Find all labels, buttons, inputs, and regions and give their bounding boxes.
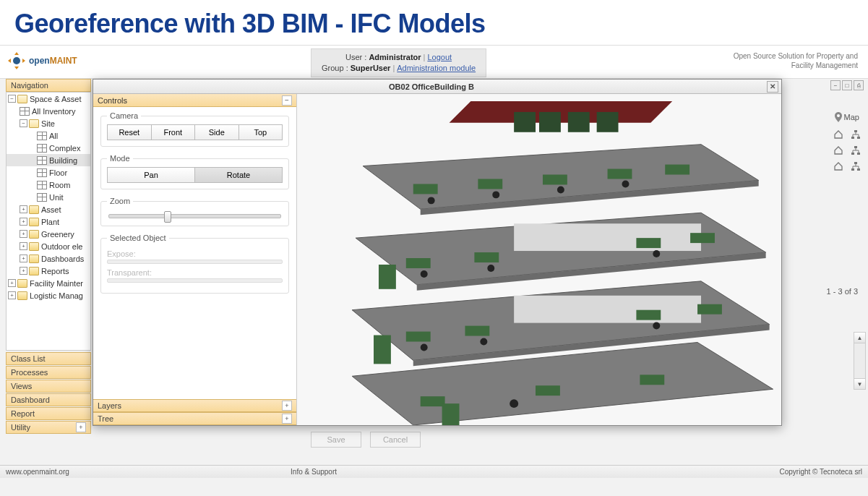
svg-rect-39 xyxy=(536,385,560,395)
plus-icon[interactable]: + xyxy=(76,422,86,432)
plus-icon[interactable]: + xyxy=(282,414,292,424)
svg-rect-33 xyxy=(690,233,715,243)
acc-processes[interactable]: Processes xyxy=(6,366,91,379)
tree-item[interactable]: Floor xyxy=(7,166,90,179)
logout-link[interactable]: Logout xyxy=(427,53,452,61)
svg-rect-42 xyxy=(442,403,460,425)
tree-item[interactable]: All xyxy=(7,129,90,142)
acc-views[interactable]: Views xyxy=(6,380,91,393)
pin-icon xyxy=(835,112,842,122)
user-panel: User : Administrator|Logout Group : Supe… xyxy=(311,48,486,77)
camera-top-button[interactable]: Top xyxy=(239,124,283,140)
topbar: openMAINT User : Administrator|Logout Gr… xyxy=(0,46,868,79)
layers-panel[interactable]: Layers+ xyxy=(93,399,296,412)
tree-item[interactable]: +Reports xyxy=(7,265,90,277)
svg-rect-35 xyxy=(465,326,489,336)
svg-rect-8 xyxy=(854,162,857,164)
hierarchy-icon[interactable] xyxy=(851,145,861,155)
svg-rect-9 xyxy=(851,168,854,171)
window-controls: − □ ⎙ xyxy=(830,80,864,90)
acc-utility[interactable]: Utility+ xyxy=(6,421,91,434)
svg-point-50 xyxy=(653,250,660,257)
dialog-title: OB02 OfficeBuilding B xyxy=(389,82,474,91)
svg-rect-15 xyxy=(597,112,619,132)
save-button[interactable]: Save xyxy=(311,432,361,448)
zoom-thumb[interactable] xyxy=(164,211,171,223)
dialog-titlebar[interactable]: OB02 OfficeBuilding B ✕ xyxy=(93,80,781,94)
controls-header[interactable]: Controls− xyxy=(93,94,296,107)
svg-rect-5 xyxy=(854,146,857,148)
tree-item-site[interactable]: −Site xyxy=(7,117,90,129)
minimize-button[interactable]: − xyxy=(830,80,841,90)
svg-rect-38 xyxy=(421,396,445,406)
tree-item[interactable]: +Logistic Manag xyxy=(7,289,90,302)
hierarchy-icon[interactable] xyxy=(851,129,861,140)
footer-support-link[interactable]: Info & Support xyxy=(291,468,337,476)
map-toggle[interactable]: Map xyxy=(835,112,859,122)
home-icon[interactable] xyxy=(833,161,843,171)
row-actions xyxy=(833,129,861,171)
tree-panel[interactable]: Tree+ xyxy=(93,412,296,425)
close-button[interactable]: ✕ xyxy=(767,81,778,93)
svg-point-49 xyxy=(487,265,494,272)
plus-icon[interactable]: + xyxy=(282,401,292,411)
tree-item[interactable]: All Inventory xyxy=(7,105,90,117)
svg-rect-25 xyxy=(413,184,438,194)
svg-rect-23 xyxy=(514,223,701,251)
tree-item[interactable]: +Asset xyxy=(7,203,90,215)
tree-item[interactable]: +Outdoor ele xyxy=(7,240,90,252)
tree-root[interactable]: −Space & Asset xyxy=(7,93,90,105)
svg-rect-43 xyxy=(379,265,396,289)
scroll-down-button[interactable]: ▼ xyxy=(854,378,865,389)
maximize-button[interactable]: □ xyxy=(842,80,852,90)
svg-rect-31 xyxy=(474,252,499,262)
svg-point-53 xyxy=(653,322,660,330)
tree-item[interactable]: +Greenery xyxy=(7,228,90,240)
tree-item[interactable]: Complex xyxy=(7,142,90,154)
footer-site-link[interactable]: www.openmaint.org xyxy=(6,468,69,476)
svg-rect-24 xyxy=(514,296,701,323)
collapse-button[interactable]: − xyxy=(282,95,292,106)
logo-icon xyxy=(7,51,26,70)
3d-viewport[interactable] xyxy=(297,94,781,425)
home-icon[interactable] xyxy=(833,145,843,155)
expose-label: Expose: xyxy=(107,249,283,258)
logo-text: openMAINT xyxy=(29,56,77,66)
svg-rect-40 xyxy=(640,375,664,385)
mode-rotate-button[interactable]: Rotate xyxy=(195,167,283,183)
hierarchy-icon[interactable] xyxy=(851,161,861,171)
svg-point-1 xyxy=(837,114,840,117)
cancel-button[interactable]: Cancel xyxy=(370,432,421,448)
admin-module-link[interactable]: Administration module xyxy=(397,64,476,72)
home-icon[interactable] xyxy=(833,129,843,140)
svg-point-44 xyxy=(428,197,435,204)
acc-class-list[interactable]: Class List xyxy=(6,352,91,365)
svg-rect-27 xyxy=(543,175,567,185)
expose-slider[interactable] xyxy=(107,260,283,264)
tree-item[interactable]: +Dashboards xyxy=(7,252,90,265)
svg-rect-2 xyxy=(854,130,857,132)
camera-front-button[interactable]: Front xyxy=(152,124,196,140)
acc-dashboard[interactable]: Dashboard xyxy=(6,393,91,406)
svg-rect-3 xyxy=(851,137,854,139)
camera-reset-button[interactable]: Reset xyxy=(107,124,152,140)
camera-side-button[interactable]: Side xyxy=(195,124,239,140)
mode-pan-button[interactable]: Pan xyxy=(107,167,195,183)
scroll-up-button[interactable]: ▲ xyxy=(854,333,865,343)
tree-item[interactable]: Unit xyxy=(7,191,90,203)
tree-item-building[interactable]: Building xyxy=(7,154,90,166)
svg-rect-30 xyxy=(406,258,431,268)
tree-item[interactable]: Room xyxy=(7,179,90,191)
transparent-slider[interactable] xyxy=(107,278,283,283)
zoom-slider[interactable] xyxy=(108,214,281,218)
nav-header[interactable]: Navigation xyxy=(6,79,91,92)
page-title: Georeference with 3D BIM - IFC Models xyxy=(14,9,854,39)
print-button[interactable]: ⎙ xyxy=(854,80,864,90)
scrollbar-vertical[interactable]: ▲ ▼ xyxy=(854,332,866,390)
tree-item[interactable]: +Plant xyxy=(7,215,90,228)
acc-report[interactable]: Report xyxy=(6,407,91,420)
tree-item[interactable]: +Facility Mainter xyxy=(7,277,90,289)
bim-viewer-dialog: OB02 OfficeBuilding B ✕ Controls− Camera… xyxy=(93,79,782,426)
selected-object-group: Selected Object Expose: Transparent: xyxy=(100,234,289,294)
svg-point-48 xyxy=(421,270,428,278)
